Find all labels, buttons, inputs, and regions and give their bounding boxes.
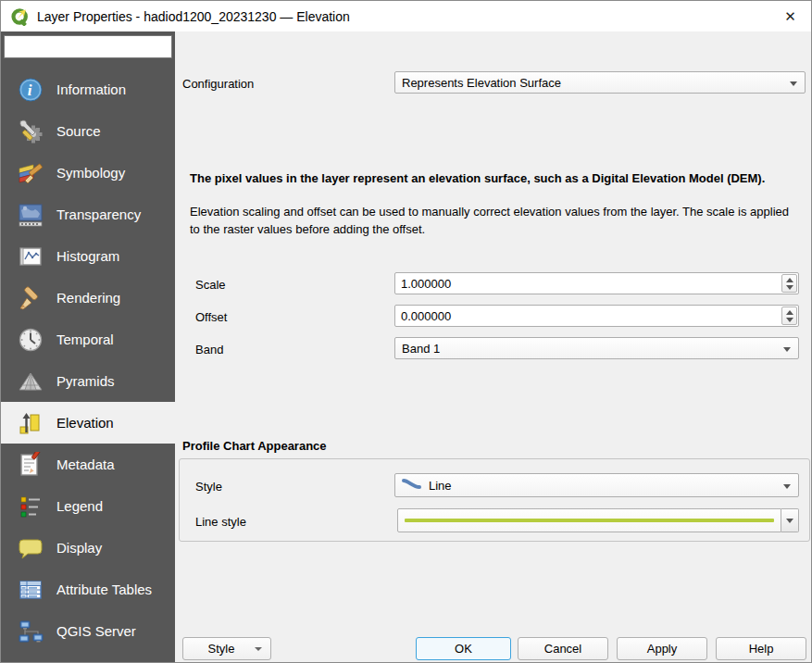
sidebar-item-label: Elevation (56, 415, 114, 431)
spin-down-icon (786, 285, 793, 290)
qgis-logo-icon (11, 7, 30, 26)
help-button[interactable]: Help (716, 637, 806, 660)
chevron-down-icon (786, 519, 793, 523)
layer-properties-dialog: Layer Properties - hadiod1200_20231230 —… (0, 0, 812, 663)
sidebar-item-legend[interactable]: Legend (1, 485, 175, 527)
main-content: Configuration Represents Elevation Surfa… (175, 31, 811, 662)
sidebar-item-elevation[interactable]: Elevation (1, 402, 175, 444)
window-title: Layer Properties - hadiod1200_20231230 —… (37, 9, 350, 24)
histogram-icon (17, 243, 44, 270)
sidebar-item-source[interactable]: Source (1, 110, 175, 152)
configuration-label: Configuration (182, 77, 254, 91)
temporal-icon (17, 326, 44, 354)
elevation-description-bold: The pixel values in the layer represent … (190, 170, 801, 187)
sidebar-item-label: Pyramids (56, 373, 115, 389)
sidebar-item-label: Information (56, 81, 126, 97)
metadata-icon (17, 451, 44, 479)
chevron-down-icon (255, 647, 262, 651)
spin-up-icon (786, 278, 793, 282)
sidebar-item-information[interactable]: iInformation (1, 69, 175, 110)
symbology-icon (17, 159, 44, 187)
chevron-down-icon (790, 81, 797, 86)
sidebar: iInformationSourceSymbologyTransparencyH… (1, 31, 175, 662)
legend-icon (17, 493, 44, 520)
profile-chart-appearance-title: Profile Chart Appearance (182, 439, 327, 453)
sidebar-item-label: Metadata (56, 457, 115, 472)
style-menu-label: Style (208, 642, 235, 656)
style-dropdown[interactable]: Line (394, 473, 799, 497)
chevron-down-icon (783, 347, 791, 352)
sidebar-item-label: Transparency (56, 206, 141, 222)
sidebar-item-symbology[interactable]: Symbology (1, 152, 175, 194)
style-label: Style (195, 480, 222, 494)
elevation-icon (17, 409, 44, 437)
scale-input[interactable] (395, 273, 781, 294)
sidebar-item-label: Temporal (56, 332, 114, 347)
line-style-dropdown[interactable] (397, 508, 799, 532)
sidebar-item-qgis-server[interactable]: QGIS Server (1, 610, 175, 652)
title-bar: Layer Properties - hadiod1200_20231230 —… (1, 1, 811, 31)
search-input[interactable] (13, 40, 176, 54)
chevron-down-icon (783, 484, 791, 489)
sidebar-item-label: Histogram (56, 248, 119, 264)
display-icon (17, 534, 44, 562)
sidebar-item-histogram[interactable]: Histogram (1, 235, 175, 277)
line-symbol-icon (402, 478, 422, 493)
line-style-preview-area (397, 508, 781, 532)
sidebar-search[interactable] (4, 35, 172, 58)
sidebar-item-pyramids[interactable]: Pyramids (1, 360, 175, 402)
scale-label: Scale (195, 278, 226, 292)
configuration-value: Represents Elevation Surface (402, 76, 561, 90)
scale-spinbox (394, 272, 799, 294)
sidebar-item-label: Legend (56, 498, 103, 514)
band-label: Band (195, 343, 223, 357)
sidebar-item-label: Rendering (56, 290, 120, 306)
spin-up-icon (786, 310, 793, 315)
elevation-description-text: Elevation scaling and offset can be used… (190, 204, 799, 239)
offset-label: Offset (195, 310, 227, 324)
spin-down-icon (786, 318, 793, 322)
line-style-arrow-button[interactable] (781, 508, 799, 532)
offset-spinner-buttons[interactable] (781, 306, 797, 325)
sidebar-item-attribute-tables[interactable]: Attribute Tables (1, 569, 175, 610)
offset-input[interactable] (395, 306, 781, 326)
sidebar-item-label: Symbology (56, 165, 125, 181)
rendering-icon (17, 284, 44, 312)
band-dropdown[interactable]: Band 1 (394, 337, 799, 359)
info-icon: i (17, 76, 44, 104)
transparency-icon (17, 201, 44, 229)
sidebar-item-label: Display (56, 540, 102, 556)
sidebar-item-display[interactable]: Display (1, 527, 175, 569)
sidebar-item-label: Attribute Tables (56, 582, 152, 597)
sidebar-item-label: QGIS Server (56, 623, 136, 639)
qgis-server-icon (17, 618, 44, 645)
sidebar-item-transparency[interactable]: Transparency (1, 194, 175, 235)
attribute-tables-icon (17, 576, 44, 604)
line-style-preview (405, 519, 774, 522)
cancel-button[interactable]: Cancel (518, 637, 608, 660)
style-value: Line (429, 479, 452, 493)
sidebar-item-label: Source (56, 123, 101, 139)
configuration-dropdown[interactable]: Represents Elevation Surface (394, 71, 806, 94)
band-value: Band 1 (402, 342, 440, 356)
offset-spinbox (394, 305, 799, 327)
line-style-label: Line style (195, 515, 246, 529)
source-icon (17, 118, 44, 145)
ok-button[interactable]: OK (416, 637, 511, 660)
sidebar-item-temporal[interactable]: Temporal (1, 319, 175, 360)
style-menu-button[interactable]: Style (182, 637, 271, 660)
pyramids-icon (17, 368, 44, 395)
sidebar-item-metadata[interactable]: Metadata (1, 444, 175, 485)
close-icon[interactable]: ✕ (769, 1, 811, 31)
sidebar-item-rendering[interactable]: Rendering (1, 277, 175, 319)
scale-spinner-buttons[interactable] (781, 274, 797, 293)
sidebar-nav: iInformationSourceSymbologyTransparencyH… (1, 69, 175, 652)
apply-button[interactable]: Apply (617, 637, 707, 660)
svg-text:i: i (28, 81, 32, 99)
